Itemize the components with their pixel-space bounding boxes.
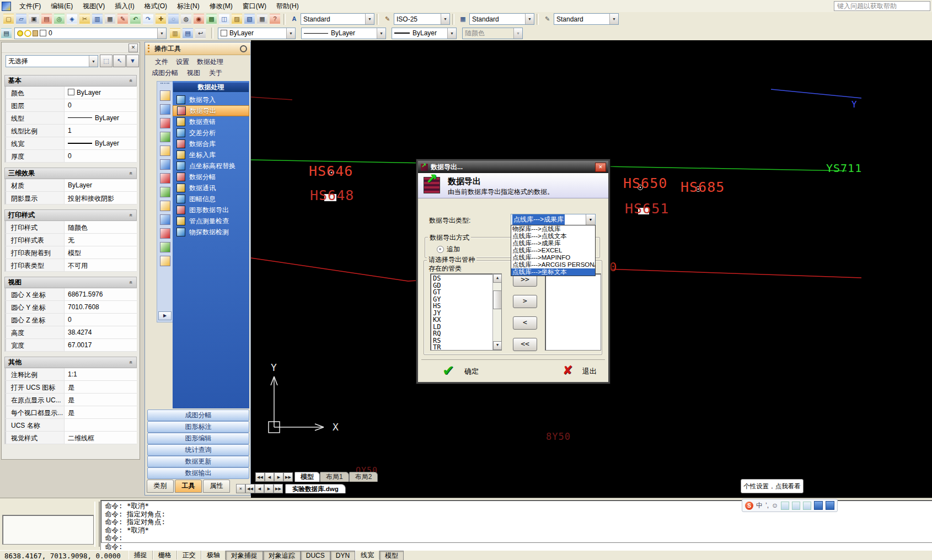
palette-tool-item[interactable]: 管点测量检查 — [173, 216, 249, 227]
dropdown-option[interactable]: 点线库--->点线文本 — [511, 233, 595, 240]
status-toggle-button[interactable]: DYN — [330, 551, 355, 560]
zoom-previous-icon[interactable]: ◉ — [194, 14, 204, 24]
property-row[interactable]: 厚度0 — [4, 150, 137, 163]
pin-icon[interactable] — [240, 45, 247, 52]
table-style-icon[interactable]: ▦ — [458, 14, 468, 24]
property-row[interactable]: 在原点显示 UC...是 — [4, 394, 137, 406]
chevron-down-icon[interactable]: ▼ — [441, 14, 449, 24]
pipe-type-item[interactable]: LD — [433, 324, 491, 331]
redo-icon[interactable]: ↷ — [143, 14, 153, 24]
ime-punct-icon[interactable]: ’, — [765, 502, 769, 509]
palette-menu-item[interactable]: 数据处理 — [197, 57, 223, 67]
section-header[interactable]: 打印样式« — [4, 209, 137, 221]
menu-item[interactable]: 窗口(W) — [238, 1, 271, 12]
menu-item[interactable]: 文件(F) — [14, 1, 46, 12]
cut-icon[interactable]: ✂ — [79, 14, 90, 24]
property-row[interactable]: 打印样式随颜色 — [4, 221, 137, 234]
palette-group-button[interactable]: 数据更新 — [147, 456, 249, 467]
available-pipe-listbox[interactable]: DSGDGTGYHSJYKXLDRQRSTR ▲ ▼ — [430, 273, 502, 351]
pan-icon[interactable]: ✚ — [156, 14, 166, 24]
property-row[interactable]: 宽度67.0017 — [4, 339, 137, 352]
menu-item[interactable]: 插入(I) — [110, 1, 139, 12]
layer-on-bulb-icon[interactable] — [17, 30, 23, 36]
menu-item[interactable]: 编辑(E) — [46, 1, 78, 12]
collapse-chevron-icon[interactable]: « — [128, 79, 135, 83]
first-tab-icon[interactable]: ◀◀ — [255, 472, 265, 482]
ok-check-icon[interactable]: ✔ — [442, 362, 454, 379]
property-row[interactable]: 打印表附着到模型 — [4, 246, 137, 259]
ime-mic-icon[interactable] — [781, 502, 789, 510]
property-row[interactable]: 高度38.4274 — [4, 326, 137, 339]
file-tab[interactable]: 实验数据库.dwg — [285, 484, 346, 493]
status-toggle-button[interactable]: DUCS — [301, 551, 330, 560]
radio-icon[interactable] — [437, 246, 444, 253]
plot-preview-icon[interactable]: ◎ — [54, 14, 65, 24]
palette-group-button[interactable]: 统计查询 — [147, 444, 249, 456]
command-splitter[interactable] — [94, 502, 100, 547]
designcenter-icon[interactable]: ◫ — [219, 14, 229, 24]
status-toggle-button[interactable]: 栅格 — [153, 551, 177, 559]
close-icon[interactable]: ✕ — [595, 163, 606, 172]
palette-grip[interactable]: ✕ — [2, 42, 140, 53]
calculator-icon[interactable]: ▦ — [257, 14, 267, 24]
palette-strip-icon[interactable] — [160, 256, 170, 266]
property-row[interactable]: UCS 名称 — [4, 419, 137, 432]
property-row[interactable]: 线型ByLayer — [4, 112, 137, 125]
palette-tool-item[interactable]: 点坐标高程替换 — [173, 160, 249, 171]
chevron-down-icon[interactable]: ▼ — [609, 14, 618, 24]
pipe-type-item[interactable]: GY — [433, 296, 491, 303]
exit-x-icon[interactable]: ✘ — [563, 363, 572, 378]
chevron-down-icon[interactable]: ▼ — [286, 28, 295, 39]
dropdown-option[interactable]: 物探库--->点线库 — [511, 225, 595, 233]
lineweight-control-combo[interactable]: ByLayer ▼ — [392, 28, 457, 39]
palette-strip-icon[interactable] — [160, 104, 170, 115]
strip-expand-arrow[interactable]: ▶ — [158, 311, 172, 320]
palette-tool-item[interactable]: 图形数据导出 — [173, 204, 249, 216]
selected-pipe-listbox[interactable] — [545, 273, 601, 351]
copy-icon[interactable]: ▥ — [92, 14, 103, 24]
properties-palette-icon[interactable]: ▩ — [206, 14, 217, 24]
close-icon[interactable]: ✕ — [128, 44, 138, 52]
append-radio[interactable]: 追加 — [437, 245, 460, 254]
palette-tool-item[interactable]: 物探数据检测 — [173, 227, 249, 238]
layout-tab[interactable]: 布局2 — [349, 472, 378, 482]
property-row[interactable]: 视觉样式二维线框 — [4, 432, 137, 444]
ime-skin-icon[interactable] — [814, 501, 823, 510]
ime-tooltip[interactable]: 个性设置，点我看看 — [741, 479, 804, 493]
chevron-down-icon[interactable]: ▼ — [447, 28, 456, 39]
section-header[interactable]: 其他« — [4, 357, 137, 368]
palette-group-button[interactable]: 图形标注 — [147, 421, 249, 433]
layout-tab[interactable]: 模型 — [294, 472, 320, 482]
ime-mode-icon[interactable]: 中 — [756, 501, 763, 510]
property-row[interactable]: 每个视口都显示...是 — [4, 406, 137, 419]
palette-tab[interactable]: 工具 — [175, 480, 202, 493]
layer-previous-icon[interactable]: ↩ — [195, 28, 206, 39]
palette-strip-icon[interactable] — [160, 146, 170, 156]
section-header[interactable]: 三维效果« — [4, 168, 137, 179]
collapse-chevron-icon[interactable]: « — [128, 361, 135, 364]
palette-tool-item[interactable]: 数据导入 — [173, 94, 249, 105]
palette-menu-item[interactable]: 设置 — [176, 57, 189, 67]
dropdown-option[interactable]: 点线库--->坐标文本 — [511, 268, 595, 276]
property-row[interactable]: 打开 UCS 图标是 — [4, 381, 137, 394]
chevron-down-icon[interactable]: ▼ — [365, 14, 374, 24]
palette-tool-item[interactable]: 数据导出 — [173, 105, 249, 116]
palette-strip-icon[interactable] — [160, 118, 170, 128]
listbox-scrollbar[interactable]: ▲ ▼ — [492, 274, 501, 350]
prev-tab-icon[interactable]: ◀ — [265, 472, 274, 482]
transfer-button[interactable]: > — [513, 295, 537, 308]
pipe-type-item[interactable]: JY — [433, 310, 491, 317]
palette-strip-icon[interactable] — [160, 173, 170, 184]
pipe-type-item[interactable]: HS — [433, 303, 491, 310]
property-row[interactable]: 阴影显示投射和接收阴影 — [4, 192, 137, 204]
export-type-combo[interactable]: 点线库--->成果库 ▼ — [511, 214, 596, 225]
palette-strip-icon[interactable] — [160, 187, 170, 197]
ime-panel-icon[interactable] — [826, 501, 834, 510]
save-icon[interactable]: ▣ — [29, 14, 39, 24]
menu-item[interactable]: 帮助(H) — [271, 1, 304, 12]
menu-item[interactable]: 视图(V) — [78, 1, 110, 12]
menu-item[interactable]: 标注(N) — [172, 1, 205, 12]
last-tab-icon[interactable]: ▶▶ — [283, 472, 293, 482]
dim-style-combo[interactable]: ISO-25 ▼ — [394, 13, 450, 25]
dropdown-option[interactable]: 点线库--->成果库 — [511, 240, 595, 247]
